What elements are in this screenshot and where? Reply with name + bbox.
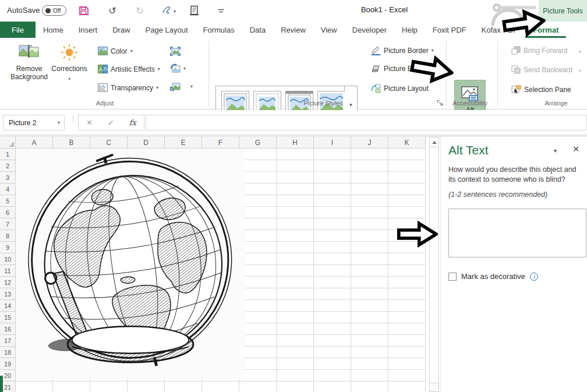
row-header-17[interactable]: 17	[0, 335, 16, 347]
inking-icon[interactable]	[161, 5, 172, 16]
remove-background-button[interactable]: Remove Background	[8, 44, 50, 81]
pane-options-caret-icon[interactable]: ▾	[554, 147, 557, 154]
picture-layout-icon	[371, 84, 381, 93]
name-box[interactable]: Picture 2 ▾	[3, 115, 65, 130]
transparency-button[interactable]: Transparency ▾	[98, 83, 158, 92]
autosave-toggle[interactable]: Off	[42, 5, 66, 16]
tab-file[interactable]: File	[0, 22, 36, 38]
bottom-left-accent	[0, 376, 3, 392]
enter-icon[interactable]: ✓	[108, 118, 114, 127]
scroll-up-icon[interactable]	[430, 137, 439, 147]
row-header-19[interactable]: 19	[0, 358, 16, 370]
column-header-D[interactable]: D	[128, 137, 165, 149]
pane-close-icon[interactable]: ✕	[572, 144, 579, 154]
undo-icon[interactable]: ↺	[107, 5, 118, 16]
send-backward-button[interactable]: Send Backward	[511, 65, 572, 74]
picture-layout-button[interactable]: Picture Layout	[371, 84, 429, 93]
tab-page-layout[interactable]: Page Layout	[138, 22, 196, 38]
column-header-F[interactable]: F	[202, 137, 239, 149]
row-header-6[interactable]: 6	[0, 207, 16, 218]
change-picture-caret-icon[interactable]: ▾	[183, 66, 186, 71]
column-header-E[interactable]: E	[165, 137, 202, 149]
corrections-button[interactable]: Corrections ▾	[51, 44, 87, 83]
picture-border-button[interactable]: Picture Border ▾	[371, 45, 434, 55]
color-button[interactable]: Color ▾	[98, 47, 133, 55]
tab-kofax-pdf[interactable]: Kofax PDF	[474, 22, 526, 38]
group-separator	[446, 41, 447, 106]
select-all-corner[interactable]	[0, 137, 16, 149]
info-icon[interactable]: i	[530, 273, 538, 281]
bring-forward-button[interactable]: Bring Forward	[511, 46, 567, 55]
row-header-15[interactable]: 15	[0, 312, 16, 323]
column-header-B[interactable]: B	[53, 137, 90, 149]
tab-insert[interactable]: Insert	[71, 22, 105, 38]
row-header-2[interactable]: 2	[0, 160, 16, 172]
tab-data[interactable]: Data	[242, 22, 273, 38]
column-header-I[interactable]: I	[314, 137, 351, 149]
tab-view[interactable]: View	[313, 22, 345, 38]
row-header-11[interactable]: 11	[0, 265, 16, 277]
row-header-9[interactable]: 9	[0, 242, 16, 253]
vertical-scrollbar[interactable]	[429, 137, 439, 392]
row-header-14[interactable]: 14	[0, 300, 16, 312]
row-header-18[interactable]: 18	[0, 347, 16, 358]
compress-picture-icon[interactable]	[170, 46, 182, 56]
name-box-value: Picture 2	[9, 119, 36, 127]
tab-draw[interactable]: Draw	[105, 22, 137, 38]
row-header-16[interactable]: 16	[0, 323, 16, 335]
row-header-7[interactable]: 7	[0, 218, 16, 230]
toggle-dot-icon	[45, 8, 51, 13]
bring-forward-caret-icon[interactable]: ▾	[579, 49, 581, 54]
column-header-G[interactable]: G	[239, 137, 277, 149]
remove-background-label2: Background	[10, 73, 48, 81]
column-header-K[interactable]: K	[388, 137, 426, 149]
send-backward-caret-icon[interactable]: ▾	[579, 68, 581, 73]
picture-effects-label: Picture Effects	[384, 65, 429, 73]
scrollbar-thumb[interactable]	[430, 148, 439, 383]
globe-picture[interactable]	[16, 149, 245, 379]
row-header-1[interactable]: 1	[0, 149, 16, 160]
row-header-10[interactable]: 10	[0, 253, 16, 265]
inking-caret-icon[interactable]: ▾	[174, 9, 176, 14]
column-header-A[interactable]: A	[16, 137, 53, 149]
column-header-H[interactable]: H	[277, 137, 314, 149]
tab-developer[interactable]: Developer	[345, 22, 394, 38]
tab-formulas[interactable]: Formulas	[196, 22, 242, 38]
alt-text-description-input[interactable]	[448, 209, 586, 257]
insert-function-icon[interactable]: fx	[129, 118, 136, 127]
picture-styles-dialog-launcher-icon[interactable]	[437, 100, 443, 106]
picture-effects-button[interactable]: Picture Effects ▾	[371, 65, 434, 73]
redo-icon[interactable]: ↻	[134, 5, 146, 16]
cancel-icon[interactable]: ✕	[86, 118, 93, 127]
tab-help[interactable]: Help	[394, 22, 425, 38]
picture-effects-caret-icon: ▾	[432, 66, 434, 72]
save-icon[interactable]	[77, 5, 89, 16]
row-header-13[interactable]: 13	[0, 288, 16, 300]
row-header-5[interactable]: 5	[0, 195, 16, 207]
selection-pane-button[interactable]: Selection Pane	[511, 85, 571, 94]
artistic-effects-button[interactable]: Artistic Effects ▾	[98, 65, 160, 73]
tab-foxit-pdf[interactable]: Foxit PDF	[425, 22, 474, 38]
reset-picture-caret-icon[interactable]: ▾	[190, 84, 193, 89]
mark-decorative-checkbox[interactable]	[448, 273, 457, 281]
column-header-J[interactable]: J	[351, 137, 388, 149]
formula-bar-drag-dots[interactable]: ⋮	[69, 117, 77, 121]
tab-home[interactable]: Home	[36, 22, 71, 38]
customize-qat-icon[interactable]	[215, 5, 227, 16]
row-header-8[interactable]: 8	[0, 230, 16, 242]
transparency-label: Transparency	[111, 84, 153, 92]
picture-border-label: Picture Border	[384, 47, 429, 55]
name-box-caret-icon[interactable]: ▾	[58, 120, 60, 125]
row-header-12[interactable]: 12	[0, 277, 16, 288]
change-picture-icon[interactable]	[170, 63, 182, 73]
print-preview-icon[interactable]	[188, 5, 200, 16]
column-header-C[interactable]: C	[90, 137, 128, 149]
formula-input[interactable]	[146, 115, 587, 130]
bring-forward-label: Bring Forward	[524, 47, 567, 55]
transparency-icon	[98, 83, 108, 92]
row-header-4[interactable]: 4	[0, 183, 16, 195]
tab-review[interactable]: Review	[273, 22, 313, 38]
reset-picture-icon[interactable]	[170, 81, 182, 91]
row-header-3[interactable]: 3	[0, 172, 16, 183]
tab-format[interactable]: Format	[525, 22, 566, 38]
